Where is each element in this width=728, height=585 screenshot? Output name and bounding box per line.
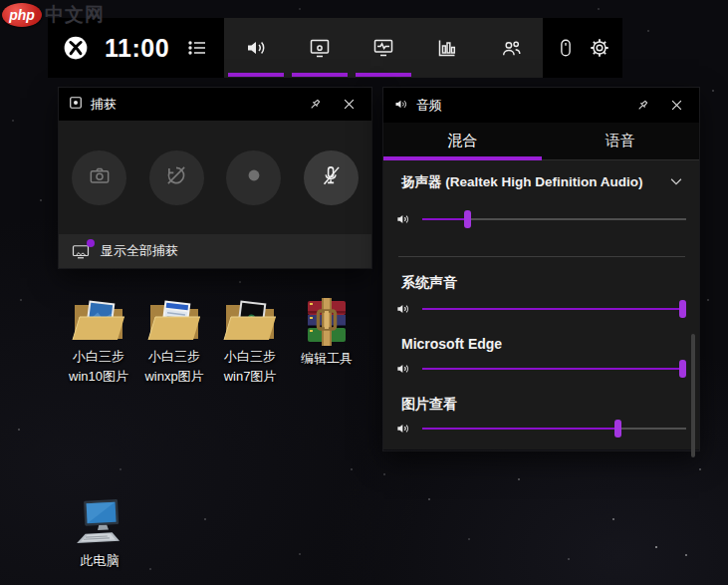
folder-icon xyxy=(146,296,202,344)
speaker-icon xyxy=(393,97,408,115)
speaker-icon xyxy=(394,211,414,227)
desktop-icon-this-pc[interactable]: 此电脑 xyxy=(61,498,138,571)
audio-device-name: 扬声器 (Realtek High Definition Audio) xyxy=(401,173,643,191)
edge-volume-row xyxy=(394,359,686,379)
slider-handle[interactable] xyxy=(614,420,621,438)
tab-voice-label: 语音 xyxy=(606,132,635,150)
speaker-icon xyxy=(394,421,414,437)
edge-volume-slider[interactable] xyxy=(422,359,686,379)
icon-label: 小白三步win7图片 xyxy=(211,347,289,387)
slider-handle[interactable] xyxy=(679,360,686,378)
record-last-icon xyxy=(163,162,189,192)
show-all-captures-label: 显示全部捕获 xyxy=(101,242,178,260)
this-pc-icon xyxy=(68,498,131,548)
capture-titlebar[interactable]: 捕获 xyxy=(59,88,371,121)
screenshot-button[interactable] xyxy=(72,150,126,205)
performance-widget-button[interactable] xyxy=(415,18,479,78)
pin-icon[interactable] xyxy=(629,93,655,119)
folder-icon xyxy=(222,296,278,344)
system-sounds-label: 系统声音 xyxy=(401,274,685,292)
audio-body: 扬声器 (Realtek High Definition Audio) 系统声音 xyxy=(383,160,699,449)
tab-mix[interactable]: 混合 xyxy=(383,123,542,159)
chevron-down-icon xyxy=(667,172,685,193)
gamebar-widget-buttons xyxy=(224,18,543,78)
gamebar-input-section xyxy=(543,18,622,78)
mouse-icon[interactable] xyxy=(555,37,577,59)
broadcast-widget-button[interactable] xyxy=(352,18,415,78)
desktop-icon-win10-pics[interactable]: 小白三步win10图片 xyxy=(60,296,137,387)
icon-label: 小白三步win10图片 xyxy=(60,347,137,387)
record-button[interactable] xyxy=(226,150,281,205)
settings-gear-icon[interactable] xyxy=(589,37,610,59)
camera-icon xyxy=(87,162,113,192)
slider-handle[interactable] xyxy=(464,210,471,228)
xbox-logo[interactable] xyxy=(63,35,89,61)
tab-voice[interactable]: 语音 xyxy=(542,123,700,159)
capture-widget-button[interactable] xyxy=(288,18,352,78)
watermark-site-text: 中文网 xyxy=(45,2,105,28)
capture-title-icon xyxy=(69,96,83,113)
speaker-icon xyxy=(394,361,414,377)
capture-title: 捕获 xyxy=(91,96,117,114)
master-volume-row xyxy=(394,209,686,229)
record-icon xyxy=(241,162,267,192)
slider-handle[interactable] xyxy=(679,300,686,318)
photos-volume-label: 图片查看 xyxy=(401,396,685,414)
microphone-toggle-button[interactable] xyxy=(304,150,359,205)
photos-volume-row xyxy=(394,419,686,439)
audio-device-dropdown[interactable]: 扬声器 (Realtek High Definition Audio) xyxy=(401,170,685,194)
show-all-captures-button[interactable]: 显示全部捕获 xyxy=(59,234,371,268)
pin-icon[interactable] xyxy=(302,92,328,118)
audio-widget-button[interactable] xyxy=(224,18,288,78)
new-capture-badge xyxy=(87,239,95,247)
scrollbar[interactable] xyxy=(691,334,695,457)
desktop-icon-winrar[interactable]: 编辑工具 xyxy=(288,298,365,369)
edge-volume-label: Microsoft Edge xyxy=(401,336,685,354)
icon-label: 此电脑 xyxy=(61,551,138,571)
clock: 11:00 xyxy=(105,34,169,63)
captures-gallery-icon xyxy=(72,243,92,259)
tab-mix-label: 混合 xyxy=(447,132,477,150)
icon-label: 小白三步winxp图片 xyxy=(135,347,213,387)
close-icon[interactable] xyxy=(663,93,689,119)
mic-muted-icon xyxy=(318,162,344,192)
audio-title: 音频 xyxy=(416,97,442,115)
capture-buttons-row xyxy=(59,121,371,234)
close-icon[interactable] xyxy=(336,92,362,118)
photos-volume-slider[interactable] xyxy=(422,419,686,439)
audio-tabs: 混合 语音 xyxy=(383,123,699,160)
divider xyxy=(398,256,685,257)
desktop-icon-win7-pics[interactable]: 小白三步win7图片 xyxy=(211,296,289,387)
social-widget-button[interactable] xyxy=(479,18,543,78)
folder-icon xyxy=(71,296,126,344)
system-sounds-row xyxy=(394,299,686,319)
desktop-icon-winxp-pics[interactable]: 小白三步winxp图片 xyxy=(135,296,213,387)
icon-label: 编辑工具 xyxy=(288,349,365,369)
speaker-icon xyxy=(394,301,414,317)
winrar-icon xyxy=(304,298,350,346)
master-volume-slider[interactable] xyxy=(422,209,686,229)
record-last-button[interactable] xyxy=(149,150,204,205)
capture-widget-panel: 捕获 xyxy=(59,88,371,268)
system-sounds-slider[interactable] xyxy=(422,299,686,319)
watermark: php 中文网 xyxy=(2,2,105,28)
audio-widget-panel: 音频 混合 语音 扬声器 (Realtek High Definition Au… xyxy=(383,88,699,450)
desktop-screen: php 中文网 11:00 xyxy=(0,0,728,585)
widget-menu-icon[interactable] xyxy=(185,36,209,60)
audio-titlebar[interactable]: 音频 xyxy=(383,88,699,123)
php-logo: php xyxy=(2,3,42,27)
